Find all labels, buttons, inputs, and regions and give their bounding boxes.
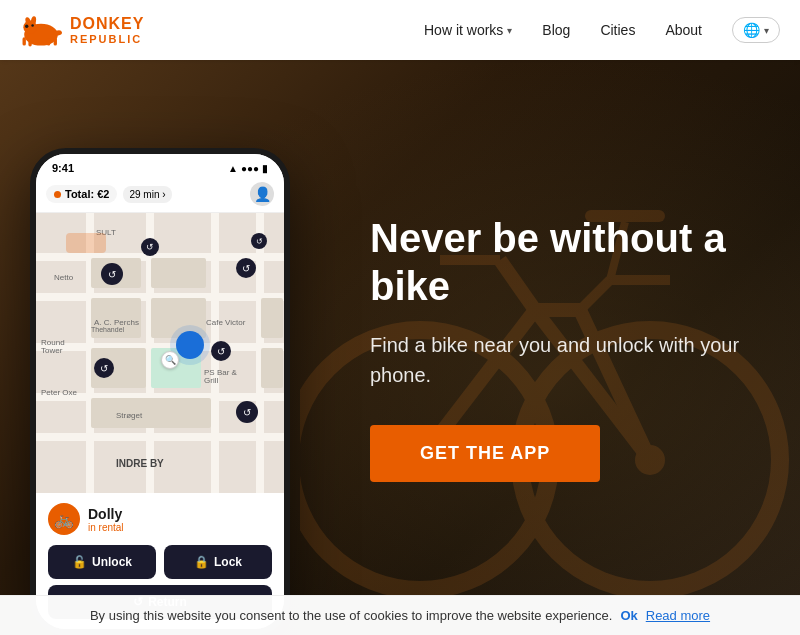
language-selector[interactable]: 🌐 ▾	[732, 17, 780, 43]
globe-icon: 🌐	[743, 22, 760, 38]
nav-links: How it works ▾ Blog Cities About 🌐 ▾	[424, 17, 780, 43]
hero-subtitle: Find a bike near you and unlock with you…	[370, 330, 750, 390]
get-app-button[interactable]: GET THE APP	[370, 425, 600, 482]
user-avatar: 👤	[250, 182, 274, 206]
map-label-grill: Grill	[204, 376, 218, 385]
svg-rect-6	[23, 37, 26, 45]
chevron-down-icon: ▾	[764, 25, 769, 36]
map-user-location	[176, 331, 204, 359]
map-label-netto: Netto	[54, 273, 73, 282]
hero-right-content: Never be without a bike Find a bike near…	[320, 174, 800, 522]
hero-title: Never be without a bike	[370, 214, 750, 310]
cookie-banner: By using this website you consent to the…	[0, 595, 800, 635]
svg-rect-7	[28, 38, 31, 46]
phone-time: 9:41	[52, 162, 74, 174]
status-icons: ▲ ●●● ▮	[228, 163, 268, 174]
donkey-logo-icon	[20, 13, 62, 48]
map-block	[151, 258, 206, 288]
phone-area: 9:41 ▲ ●●● ▮ Total: €2 29 min ›	[0, 60, 320, 635]
nav-how-it-works[interactable]: How it works ▾	[424, 22, 512, 38]
map-block	[91, 398, 211, 428]
cookie-ok-button[interactable]: Ok	[620, 608, 637, 623]
map-block	[151, 298, 206, 338]
chevron-down-icon: ▾	[507, 25, 512, 36]
bike-status: in rental	[88, 522, 124, 533]
map-pin-bike: ↺	[251, 233, 267, 249]
map-label-thehandel: Thehandel	[91, 326, 124, 333]
logo[interactable]: DONKEY REPUBLIC	[20, 13, 144, 48]
map-label-cafe: Cafe Victor	[206, 318, 245, 327]
orange-dot	[54, 191, 61, 198]
bike-details: Dolly in rental	[88, 506, 124, 533]
logo-republic: REPUBLIC	[70, 33, 144, 45]
map-pin-bike: ↺	[141, 238, 159, 256]
svg-rect-8	[47, 38, 50, 46]
map-label-stroget: Strøget	[116, 411, 142, 420]
nav-about[interactable]: About	[665, 22, 702, 38]
map-highlight	[66, 233, 106, 253]
cookie-message: By using this website you consent to the…	[90, 608, 612, 623]
svg-rect-9	[54, 37, 57, 45]
logo-donkey: DONKEY	[70, 15, 144, 33]
hero-content: 9:41 ▲ ●●● ▮ Total: €2 29 min ›	[0, 60, 800, 635]
phone-action-row: 🔓 Unlock 🔒 Lock	[48, 545, 272, 579]
hero-section: 9:41 ▲ ●●● ▮ Total: €2 29 min ›	[0, 0, 800, 635]
bike-name: Dolly	[88, 506, 124, 522]
battery-icon: ▮	[262, 163, 268, 174]
map-road	[36, 433, 284, 441]
map-label-indre: INDRE BY	[116, 458, 164, 469]
nav-cities[interactable]: Cities	[600, 22, 635, 38]
phone-status-bar: 9:41 ▲ ●●● ▮	[36, 154, 284, 178]
total-badge: Total: €2	[46, 185, 117, 203]
cookie-read-more-link[interactable]: Read more	[646, 608, 710, 623]
map-block	[261, 348, 283, 388]
map-label-tower: Tower	[41, 346, 62, 355]
bike-icon: 🚲	[48, 503, 80, 535]
map-search-icon: 🔍	[161, 351, 179, 369]
navbar: DONKEY REPUBLIC How it works ▾ Blog Citi…	[0, 0, 800, 60]
lock-closed-icon: 🔒	[194, 555, 209, 569]
phone-mockup: 9:41 ▲ ●●● ▮ Total: €2 29 min ›	[30, 148, 290, 635]
time-badge: 29 min ›	[123, 186, 171, 203]
map-pin-bike: ↺	[236, 258, 256, 278]
svg-point-5	[31, 24, 34, 27]
logo-text: DONKEY REPUBLIC	[70, 15, 144, 45]
lock-button[interactable]: 🔒 Lock	[164, 545, 272, 579]
wifi-icon: ▲	[228, 163, 238, 174]
signal-icon: ●●●	[241, 163, 259, 174]
map-block	[261, 298, 283, 338]
map-pin-bike: ↺	[94, 358, 114, 378]
svg-point-4	[25, 24, 28, 27]
unlock-button[interactable]: 🔓 Unlock	[48, 545, 156, 579]
map-label-peter: Peter Oxe	[41, 388, 77, 397]
total-amount: Total: €2	[65, 188, 109, 200]
phone-map: SULT Netto A. C. Perchs Thehandel Cafe V…	[36, 213, 284, 493]
bike-info: 🚲 Dolly in rental	[48, 503, 272, 535]
map-pin-selected: ↺	[236, 401, 258, 423]
lock-open-icon: 🔓	[72, 555, 87, 569]
map-pin-bike: ↺	[211, 341, 231, 361]
nav-blog[interactable]: Blog	[542, 22, 570, 38]
map-pin-bike: ↺	[101, 263, 123, 285]
phone-app-header: Total: €2 29 min › 👤	[36, 178, 284, 213]
